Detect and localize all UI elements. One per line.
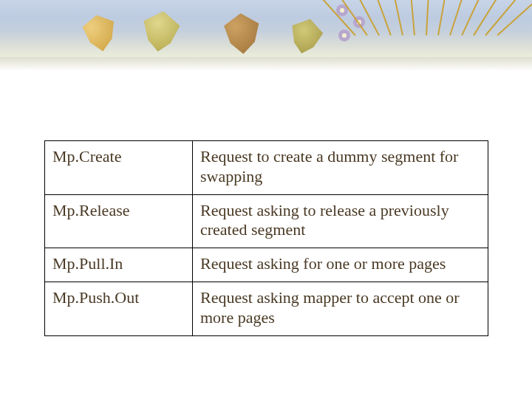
content-area: Mp.Create Request to create a dummy segm… <box>44 140 488 336</box>
table-row: Mp.Push.Out Request asking mapper to acc… <box>45 282 488 336</box>
method-name: Mp.Release <box>45 194 193 248</box>
method-name: Mp.Pull.In <box>45 248 193 282</box>
table-row: Mp.Release Request asking to release a p… <box>45 194 488 248</box>
leaf-icon <box>137 8 183 54</box>
flower-icon <box>353 16 365 28</box>
grass-cluster <box>347 0 517 70</box>
flower-icon <box>338 30 350 41</box>
method-desc: Request asking to release a previously c… <box>193 194 488 248</box>
method-table: Mp.Create Request to create a dummy segm… <box>44 140 488 336</box>
table-row: Mp.Create Request to create a dummy segm… <box>45 141 488 195</box>
leaf-icon <box>220 12 264 55</box>
method-desc: Request asking mapper to accept one or m… <box>193 282 488 336</box>
leaf-icon <box>78 12 121 55</box>
decorative-banner <box>0 0 532 70</box>
flower-icon <box>336 4 348 16</box>
method-desc: Request asking for one or more pages <box>193 248 488 282</box>
table-row: Mp.Pull.In Request asking for one or mor… <box>45 248 488 282</box>
method-desc: Request to create a dummy segment for sw… <box>193 141 488 195</box>
method-name: Mp.Push.Out <box>45 282 193 336</box>
leaf-icon <box>284 15 327 58</box>
method-name: Mp.Create <box>45 141 193 195</box>
